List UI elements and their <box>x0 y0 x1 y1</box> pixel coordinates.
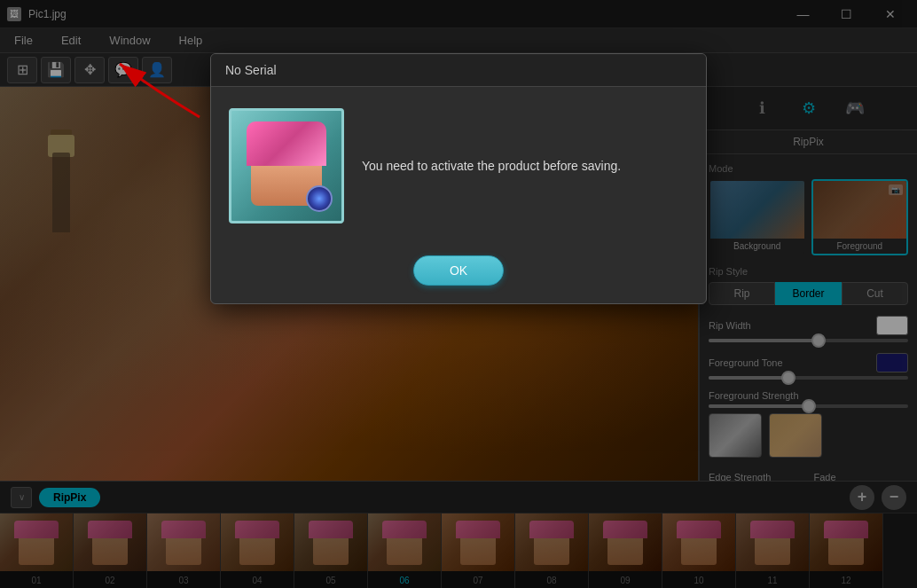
dialog-lens-icon <box>306 185 333 212</box>
dialog-body: You need to activate the product before … <box>211 87 706 245</box>
dialog-overlay: No Serial You need to activate the produ… <box>0 0 917 588</box>
dialog-footer: OK <box>211 245 706 303</box>
dialog-icon <box>229 108 344 223</box>
dialog-ok-button[interactable]: OK <box>413 255 504 286</box>
dialog-title-bar: No Serial <box>211 54 706 87</box>
dialog-portrait-hair <box>247 122 326 166</box>
dialog-icon-inner <box>231 111 341 221</box>
dialog-message: You need to activate the product before … <box>362 157 688 176</box>
dialog-title: No Serial <box>225 63 277 77</box>
dialog-box: No Serial You need to activate the produ… <box>210 53 707 304</box>
